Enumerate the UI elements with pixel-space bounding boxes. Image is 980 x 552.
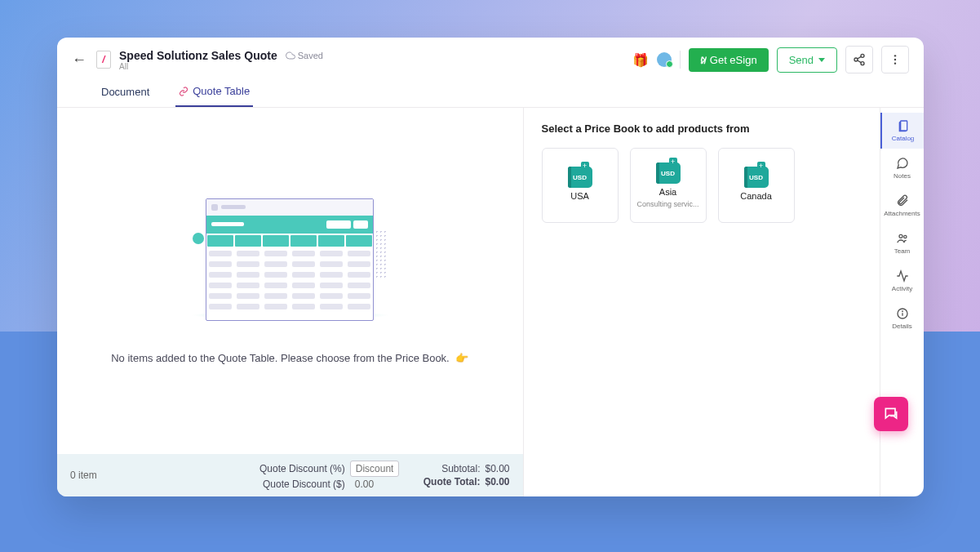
user-avatar[interactable] [657, 52, 672, 67]
pricebook-heading: Select a Price Book to add products from [542, 122, 865, 135]
quote-footer: 0 item Quote Discount (%) Quote Discount… [57, 454, 523, 496]
more-vertical-icon [889, 53, 902, 66]
tab-quote-table[interactable]: Quote Table [175, 80, 253, 107]
saved-label: Saved [298, 51, 323, 60]
app-window: ← / Speed Solutionz Sales Quote Saved Al… [57, 38, 924, 496]
svg-point-2 [861, 62, 864, 65]
book-icon: + USD [656, 162, 681, 184]
esign-label: Get eSign [710, 54, 757, 66]
pricebook-pane: Select a Price Book to add products from… [524, 108, 880, 496]
svg-point-1 [854, 58, 858, 61]
book-icon: + USD [568, 167, 592, 188]
quote-table-pane: No items added to the Quote Table. Pleas… [57, 108, 524, 496]
gift-icon[interactable]: 🎁 [632, 52, 649, 68]
doc-type-icon: / [96, 51, 111, 69]
sidebar-item-catalog[interactable]: Catalog [880, 113, 924, 149]
right-sidebar: Catalog Notes Attachments Team [880, 108, 924, 496]
notes-icon [896, 157, 909, 170]
empty-text: No items added to the Quote Table. Pleas… [111, 352, 468, 364]
cloud-saved-icon [286, 51, 295, 60]
body: No items added to the Quote Table. Pleas… [57, 108, 924, 496]
header: ← / Speed Solutionz Sales Quote Saved Al… [57, 38, 924, 73]
chat-fab[interactable] [874, 397, 908, 431]
svg-line-4 [858, 56, 862, 59]
sidebar-item-team[interactable]: Team [880, 225, 924, 261]
activity-icon [896, 269, 909, 283]
svg-point-5 [894, 55, 896, 56]
pricebook-card-canada[interactable]: + USD Canada [718, 148, 795, 223]
book-icon: + USD [744, 167, 769, 188]
back-button[interactable]: ← [72, 51, 86, 69]
sidebar-item-activity[interactable]: Activity [880, 263, 924, 299]
share-button[interactable] [845, 46, 873, 73]
send-button[interactable]: Send [777, 47, 837, 73]
header-actions: 🎁 ꛘ Get eSign Send [632, 46, 909, 73]
link-icon [179, 87, 188, 96]
total-label: Quote Total: [423, 476, 481, 487]
chat-icon [883, 406, 899, 422]
attachments-icon [896, 194, 909, 207]
empty-illustration [196, 198, 384, 329]
empty-state: No items added to the Quote Table. Pleas… [57, 108, 523, 454]
svg-point-9 [899, 234, 902, 238]
share-icon [853, 53, 866, 66]
subtotal-value: $0.00 [486, 463, 510, 474]
sidebar-item-notes[interactable]: Notes [880, 150, 924, 186]
svg-point-6 [894, 59, 896, 60]
pricebook-subtitle: Consulting servic... [637, 200, 699, 208]
svg-rect-8 [900, 121, 907, 131]
discount-amt-value: 0.00 [350, 479, 399, 490]
signature-icon: ꛘ [700, 54, 705, 66]
svg-point-7 [894, 62, 896, 64]
pricebook-name: Asia [659, 187, 676, 197]
pointing-right-icon: 👉 [455, 352, 468, 364]
svg-point-10 [903, 235, 906, 238]
sidebar-item-details[interactable]: Details [880, 300, 924, 336]
sidebar-label: Attachments [884, 210, 920, 217]
team-icon [896, 232, 909, 245]
tab-document[interactable]: Document [98, 80, 153, 107]
sidebar-label: Team [894, 247, 911, 255]
details-icon [896, 307, 909, 320]
sidebar-label: Activity [892, 285, 912, 292]
sidebar-label: Notes [894, 172, 911, 180]
pricebook-name: Canada [740, 191, 772, 201]
sidebar-item-attachments[interactable]: Attachments [880, 188, 924, 224]
document-title: Speed Solutionz Sales Quote [119, 49, 277, 62]
discount-pct-input[interactable] [350, 461, 399, 477]
discount-amt-label: Quote Discount ($) [263, 479, 345, 490]
pricebook-card-usa[interactable]: + USD USA [542, 148, 619, 223]
total-value: $0.00 [486, 476, 510, 487]
item-count: 0 item [70, 470, 217, 481]
pricebook-list: + USD USA + USD Asia Consulting servic..… [542, 148, 865, 223]
saved-indicator: Saved [286, 51, 323, 60]
chevron-down-icon [818, 58, 825, 62]
subtotal-label: Subtotal: [441, 463, 480, 474]
svg-point-0 [861, 54, 864, 57]
catalog-icon [897, 119, 910, 132]
svg-line-3 [858, 60, 862, 63]
send-label: Send [789, 54, 814, 66]
svg-point-13 [902, 311, 902, 312]
sidebar-label: Catalog [892, 135, 915, 142]
more-button[interactable] [881, 46, 909, 73]
document-subtitle: All [119, 62, 323, 71]
tab-quote-table-label: Quote Table [193, 85, 250, 97]
pricebook-name: USA [570, 191, 589, 201]
get-esign-button[interactable]: ꛘ Get eSign [689, 48, 769, 72]
divider [680, 51, 681, 69]
title-block: Speed Solutionz Sales Quote Saved All [119, 49, 323, 71]
sidebar-label: Details [892, 323, 911, 330]
discount-pct-label: Quote Discount (%) [259, 463, 345, 474]
pricebook-card-asia[interactable]: + USD Asia Consulting servic... [630, 148, 707, 223]
tab-row: Document Quote Table [57, 73, 924, 108]
